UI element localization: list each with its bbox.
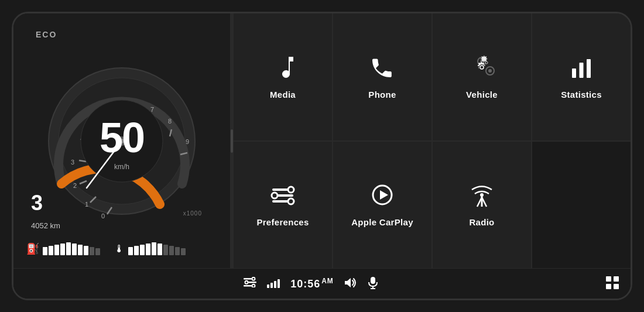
- phone-icon: [369, 54, 395, 84]
- radio-icon: [469, 182, 495, 211]
- menu-item-vehicle[interactable]: Vehicle: [433, 13, 531, 140]
- fuel-bars: [43, 242, 100, 255]
- microphone-icon[interactable]: [368, 276, 378, 292]
- gear-indicator: 3: [31, 191, 43, 215]
- menu-item-media[interactable]: Media: [234, 13, 332, 140]
- menu-item-carplay[interactable]: Apple CarPlay: [333, 142, 431, 269]
- menu-grid: Media Phone: [234, 13, 631, 268]
- music-icon: [270, 54, 296, 84]
- signal-bar-4: [278, 279, 280, 288]
- menu-item-phone[interactable]: Phone: [333, 13, 431, 140]
- temp-bar-5: [152, 242, 156, 255]
- menu-item-preferences[interactable]: Preferences: [234, 142, 332, 269]
- signal-bar-3: [274, 281, 276, 288]
- fuel-bar-10: [95, 248, 100, 255]
- svg-rect-48: [244, 285, 252, 287]
- svg-rect-31: [587, 59, 591, 78]
- svg-text:3: 3: [71, 159, 74, 166]
- temp-bar-7: [163, 245, 168, 255]
- carplay-label: Apple CarPlay: [351, 217, 413, 227]
- menu-item-statistics[interactable]: Statistics: [532, 13, 631, 140]
- menu-grid-container: Media Phone: [234, 13, 631, 268]
- statistics-icon: [568, 54, 594, 84]
- fuel-bar-4: [60, 244, 65, 255]
- svg-point-49: [252, 284, 255, 287]
- temp-bar-4: [146, 244, 150, 255]
- preferences-icon: [270, 182, 296, 211]
- svg-rect-29: [572, 68, 576, 78]
- dashboard-panel: ECO: [13, 13, 230, 268]
- svg-text:2: 2: [73, 182, 77, 189]
- svg-rect-56: [606, 284, 611, 289]
- temp-bars: [128, 242, 186, 255]
- svg-text:1: 1: [85, 201, 88, 208]
- fuel-gauge: ⛽: [26, 242, 100, 255]
- svg-rect-34: [277, 194, 293, 197]
- speed-unit: km/h: [114, 163, 129, 171]
- svg-rect-55: [614, 276, 619, 282]
- temp-bar-3: [140, 245, 145, 255]
- svg-rect-36: [272, 200, 289, 203]
- svg-text:0: 0: [101, 212, 105, 220]
- ampm-value: AM: [321, 277, 334, 285]
- fuel-bar-7: [78, 245, 83, 255]
- fuel-bar-2: [49, 246, 53, 255]
- fuel-bar-3: [54, 245, 59, 255]
- temp-bar-10: [181, 248, 186, 255]
- svg-rect-57: [614, 284, 619, 289]
- svg-text:8: 8: [168, 118, 172, 125]
- svg-rect-44: [244, 278, 252, 280]
- odometer: 4052 km: [31, 221, 60, 230]
- svg-marker-50: [345, 278, 351, 287]
- svg-marker-39: [380, 190, 388, 200]
- svg-text:9: 9: [186, 138, 189, 145]
- svg-rect-51: [371, 277, 375, 284]
- fuel-bar-1: [43, 247, 47, 255]
- svg-point-27: [480, 66, 484, 69]
- media-label: Media: [270, 90, 296, 100]
- fuel-bar-9: [90, 247, 94, 255]
- grid-icon[interactable]: [606, 276, 619, 292]
- statusbar-settings-icon[interactable]: [244, 277, 256, 290]
- vehicle-label: Vehicle: [466, 90, 498, 100]
- status-time: 10:56AM: [290, 277, 334, 290]
- svg-point-37: [288, 198, 294, 204]
- temp-bar-1: [128, 247, 133, 255]
- temp-bar-2: [134, 246, 139, 255]
- signal-strength-icon: [267, 279, 280, 288]
- menu-item-radio[interactable]: Radio: [433, 142, 531, 269]
- svg-rect-30: [580, 63, 584, 78]
- fuel-bar-5: [66, 242, 71, 255]
- fuel-bar-8: [84, 246, 88, 255]
- svg-rect-46: [248, 282, 256, 283]
- gauges-row: ⛽ 🌡: [26, 242, 217, 255]
- preferences-label: Preferences: [256, 217, 309, 227]
- temp-icon: 🌡: [114, 243, 125, 255]
- svg-point-43: [480, 193, 484, 197]
- eco-label: ECO: [36, 30, 57, 39]
- main-content: ECO: [13, 13, 631, 268]
- fuel-bar-6: [72, 244, 77, 255]
- radio-label: Radio: [469, 217, 494, 227]
- temp-gauge: 🌡: [114, 242, 186, 255]
- temp-bar-6: [157, 244, 162, 255]
- vehicle-icon: [469, 54, 495, 84]
- svg-point-45: [252, 277, 255, 280]
- svg-point-35: [272, 193, 278, 198]
- car-display: ECO: [12, 12, 632, 300]
- carplay-icon: [369, 182, 395, 211]
- fuel-icon: ⛽: [26, 242, 39, 255]
- signal-bar-2: [270, 283, 273, 288]
- phone-label: Phone: [368, 90, 396, 100]
- speed-value: 50: [100, 116, 144, 159]
- svg-point-47: [245, 281, 248, 284]
- rpm-label: x1000: [183, 210, 202, 217]
- volume-icon[interactable]: [344, 277, 357, 291]
- time-value: 10:56: [290, 278, 320, 290]
- temp-bar-9: [175, 247, 180, 255]
- statistics-label: Statistics: [561, 90, 602, 100]
- temp-bar-8: [169, 246, 174, 255]
- menu-empty-cell: [532, 142, 631, 269]
- svg-rect-54: [606, 276, 611, 282]
- panel-divider: [230, 13, 234, 268]
